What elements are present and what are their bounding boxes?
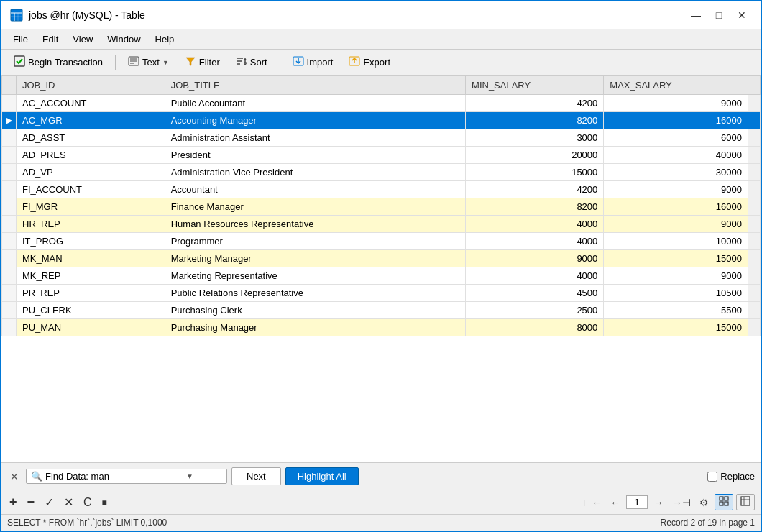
row-indicator xyxy=(2,198,17,216)
table-row[interactable]: AC_ACCOUNTPublic Accountant42009000 xyxy=(2,95,761,112)
search-icon: 🔍 xyxy=(31,471,42,482)
row-indicator xyxy=(2,267,17,285)
find-close-button[interactable]: ✕ xyxy=(7,469,22,484)
cell-min-salary: 8200 xyxy=(466,112,604,129)
table-row[interactable]: IT_PROGProgrammer400010000 xyxy=(2,233,761,250)
find-input[interactable] xyxy=(45,471,182,482)
cell-job-title: Accounting Manager xyxy=(165,112,465,129)
table-row[interactable]: FI_MGRFinance Manager820016000 xyxy=(2,198,761,216)
scrollbar-cell xyxy=(748,267,761,285)
row-indicator xyxy=(2,95,17,112)
cell-min-salary: 2500 xyxy=(466,302,604,319)
text-dropdown-icon[interactable]: ▼ xyxy=(162,59,169,66)
minimize-button[interactable]: — xyxy=(686,7,706,23)
begin-transaction-button[interactable]: Begin Transaction xyxy=(7,52,109,72)
title-bar: jobs @hr (MySQL) - Table — □ ✕ xyxy=(1,1,761,29)
nav-prev-button[interactable]: ← xyxy=(607,495,623,510)
find-input-wrapper[interactable]: 🔍 ▼ xyxy=(26,469,227,484)
col-min-salary[interactable]: MIN_SALARY xyxy=(466,76,604,95)
remove-row-button[interactable]: − xyxy=(25,494,37,510)
menu-view[interactable]: View xyxy=(67,32,98,47)
sort-label: Sort xyxy=(250,57,267,68)
nav-last-button[interactable]: →⊣ xyxy=(669,495,694,510)
col-job-title[interactable]: JOB_TITLE xyxy=(165,76,465,95)
toolbar: Begin Transaction Text ▼ Filter xyxy=(1,50,761,75)
cell-job-id: AD_PRES xyxy=(17,147,165,164)
cell-job-id: AD_ASST xyxy=(17,129,165,147)
nav-first-button[interactable]: ⊢← xyxy=(580,495,605,510)
maximize-button[interactable]: □ xyxy=(709,7,729,23)
stop-button[interactable]: ■ xyxy=(100,497,109,508)
find-highlight-all-button[interactable]: Highlight All xyxy=(285,467,359,485)
table-row[interactable]: HR_REPHuman Resources Representative4000… xyxy=(2,216,761,233)
svg-rect-23 xyxy=(720,502,723,505)
export-icon xyxy=(349,55,360,69)
table-row[interactable]: AD_PRESPresident2000040000 xyxy=(2,147,761,164)
scrollbar-cell xyxy=(748,181,761,198)
menu-file[interactable]: File xyxy=(7,32,34,47)
replace-checkbox[interactable] xyxy=(707,472,717,482)
cell-job-id: AC_MGR xyxy=(17,112,165,129)
cell-min-salary: 4200 xyxy=(466,181,604,198)
menu-window[interactable]: Window xyxy=(101,32,146,47)
cell-job-title: Programmer xyxy=(165,233,465,250)
transaction-icon xyxy=(14,55,25,69)
table-row[interactable]: MK_MANMarketing Manager900015000 xyxy=(2,250,761,267)
svg-rect-0 xyxy=(11,9,22,21)
cell-min-salary: 15000 xyxy=(466,164,604,181)
form-view-button[interactable] xyxy=(736,494,755,510)
table-row[interactable]: FI_ACCOUNTAccountant42009000 xyxy=(2,181,761,198)
scrollbar-cell xyxy=(748,302,761,319)
cell-min-salary: 20000 xyxy=(466,147,604,164)
cell-min-salary: 4000 xyxy=(466,233,604,250)
sort-icon xyxy=(236,55,247,69)
col-max-salary[interactable]: MAX_SALARY xyxy=(604,76,748,95)
replace-label[interactable]: Replace xyxy=(720,471,755,482)
row-indicator xyxy=(2,164,17,181)
export-button[interactable]: Export xyxy=(342,52,397,72)
import-label: Import xyxy=(307,57,334,68)
nav-page-input[interactable]: 1 xyxy=(626,495,648,509)
close-button[interactable]: ✕ xyxy=(732,7,752,23)
nav-settings-button[interactable]: ⚙ xyxy=(697,495,712,510)
table-row[interactable]: AD_ASSTAdministration Assistant30006000 xyxy=(2,129,761,147)
text-button[interactable]: Text ▼ xyxy=(121,52,175,72)
menu-edit[interactable]: Edit xyxy=(37,32,64,47)
table-row[interactable]: PU_CLERKPurchasing Clerk25005500 xyxy=(2,302,761,319)
table-row[interactable]: MK_REPMarketing Representative40009000 xyxy=(2,267,761,285)
row-indicator xyxy=(2,285,17,302)
scrollbar-cell xyxy=(748,112,761,129)
table-row[interactable]: PR_REPPublic Relations Representative450… xyxy=(2,285,761,302)
window-title: jobs @hr (MySQL) - Table xyxy=(29,9,145,21)
grid-view-button[interactable] xyxy=(715,494,733,510)
cell-max-salary: 5500 xyxy=(604,302,748,319)
cell-job-title: Administration Assistant xyxy=(165,129,465,147)
data-table: JOB_ID JOB_TITLE MIN_SALARY MAX_SALARY A… xyxy=(1,75,761,336)
nav-next-button[interactable]: → xyxy=(651,495,666,510)
menu-help[interactable]: Help xyxy=(150,32,180,47)
export-label: Export xyxy=(363,57,390,68)
find-next-button[interactable]: Next xyxy=(231,467,281,485)
cell-max-salary: 9000 xyxy=(604,216,748,233)
add-row-button[interactable]: + xyxy=(7,494,19,510)
row-indicator xyxy=(2,302,17,319)
table-row[interactable]: ▶AC_MGRAccounting Manager820016000 xyxy=(2,112,761,129)
refresh-button[interactable]: C xyxy=(81,495,94,510)
cell-job-title: Human Resources Representative xyxy=(165,216,465,233)
cell-max-salary: 16000 xyxy=(604,112,748,129)
cancel-edit-button[interactable]: ✕ xyxy=(62,495,75,510)
cell-job-id: PU_MAN xyxy=(17,319,165,336)
sort-button[interactable]: Sort xyxy=(229,52,274,72)
col-job-id[interactable]: JOB_ID xyxy=(17,76,165,95)
import-icon xyxy=(293,55,304,69)
table-row[interactable]: AD_VPAdministration Vice President150003… xyxy=(2,164,761,181)
filter-button[interactable]: Filter xyxy=(178,52,226,72)
toolbar-sep-1 xyxy=(115,55,116,70)
table-container[interactable]: JOB_ID JOB_TITLE MIN_SALARY MAX_SALARY A… xyxy=(1,75,761,463)
confirm-edit-button[interactable]: ✓ xyxy=(42,495,56,510)
import-button[interactable]: Import xyxy=(286,52,340,72)
cell-max-salary: 30000 xyxy=(604,164,748,181)
find-dropdown-button[interactable]: ▼ xyxy=(185,472,195,480)
table-row[interactable]: PU_MANPurchasing Manager800015000 xyxy=(2,319,761,336)
cell-job-title: Accountant xyxy=(165,181,465,198)
